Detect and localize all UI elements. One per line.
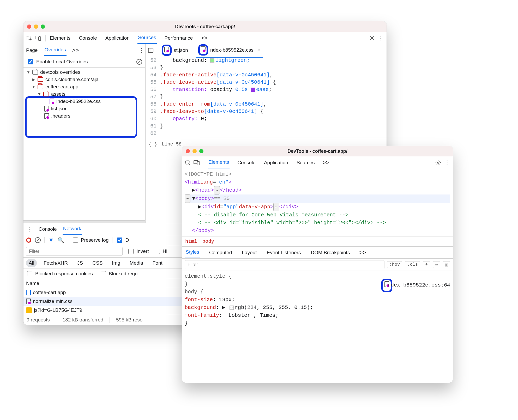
drawer-tab-network[interactable]: Network xyxy=(63,223,82,235)
drawer-tab-console[interactable]: Console xyxy=(38,224,57,235)
source-link[interactable]: ndex-b859522e.css:64 xyxy=(388,281,450,289)
inspect-icon[interactable] xyxy=(184,159,191,166)
disable-cache-checkbox[interactable]: D xyxy=(116,237,129,244)
pill-js[interactable]: JS xyxy=(75,259,86,267)
subtab-dombp[interactable]: DOM Breakpoints xyxy=(310,247,350,258)
ellipsis-icon[interactable]: ⋯ xyxy=(273,203,279,211)
pill-media[interactable]: Media xyxy=(127,259,146,267)
hide-checkbox[interactable]: Hi xyxy=(154,248,167,255)
nav-tab-page[interactable]: Page xyxy=(26,45,38,56)
tab-performance[interactable]: Performance xyxy=(164,33,194,44)
toggle-nav-icon[interactable] xyxy=(147,47,154,54)
nav-tab-overrides[interactable]: Overrides xyxy=(44,44,66,56)
tab-application[interactable]: Application xyxy=(105,33,130,44)
tab-application[interactable]: Application xyxy=(263,157,289,168)
search-icon[interactable]: 🔍 xyxy=(58,237,64,243)
override-badge-icon xyxy=(198,44,208,56)
dom-tree[interactable]: <!DOCTYPE html> <html lang="en"> ▶ <head… xyxy=(182,169,453,236)
pill-fetch/xhr[interactable]: Fetch/XHR xyxy=(41,259,70,267)
tab-elements[interactable]: Elements xyxy=(49,33,71,44)
tab-sources[interactable]: Sources xyxy=(296,157,315,168)
resources-size: 595 kB reso xyxy=(116,317,142,323)
record-icon[interactable] xyxy=(26,238,31,243)
pill-img[interactable]: Img xyxy=(109,259,123,267)
titlebar: DevTools - coffee-cart.app/ xyxy=(182,146,453,156)
override-badge-icon xyxy=(162,45,172,56)
pill-font[interactable]: Font xyxy=(150,259,165,267)
close-tab-icon[interactable]: × xyxy=(257,47,260,53)
drawer-kebab-icon[interactable]: ⋮ xyxy=(26,226,33,233)
requests-count: 9 requests xyxy=(27,317,50,323)
tab-elements[interactable]: Elements xyxy=(208,157,230,168)
tab-console[interactable]: Console xyxy=(237,157,256,168)
toggle-pane-icon[interactable]: ◫ xyxy=(443,261,450,268)
cls-button[interactable]: .cls xyxy=(405,261,420,268)
pretty-print-icon[interactable]: { } xyxy=(149,142,157,147)
svg-rect-5 xyxy=(148,48,153,52)
settings-icon[interactable] xyxy=(368,34,376,42)
invert-checkbox[interactable]: Invert xyxy=(127,248,149,255)
enable-overrides-label: Enable Local Overrides xyxy=(36,59,88,65)
kebab-icon[interactable]: ⋮ xyxy=(443,159,451,166)
preserve-log-checkbox[interactable]: Preserve log xyxy=(72,237,109,244)
code-editor[interactable]: 52 background: lightgreen;53}54.fade-ent… xyxy=(146,56,387,139)
editor-tab-list[interactable]: st.json xyxy=(159,43,191,57)
network-filter-input[interactable] xyxy=(26,247,123,256)
subtabs-overflow[interactable]: >> xyxy=(359,249,366,256)
devtools-window-elements: DevTools - coffee-cart.app/ Elements Con… xyxy=(182,146,453,383)
kebab-icon[interactable]: ⋮ xyxy=(377,34,384,42)
pill-css[interactable]: CSS xyxy=(90,259,105,267)
highlight-annotation xyxy=(25,96,137,138)
subtab-layout[interactable]: Layout xyxy=(241,247,257,258)
color-swatch-icon[interactable] xyxy=(230,306,234,310)
cursor-position: Line 58 xyxy=(162,142,182,147)
svg-point-4 xyxy=(371,37,373,39)
editor-tab-css[interactable]: ndex-b859522e.css × xyxy=(196,43,263,58)
subtab-styles[interactable]: Styles xyxy=(185,247,200,258)
file-icon xyxy=(44,106,49,112)
traffic-lights[interactable] xyxy=(27,25,45,29)
nav-kebab-icon[interactable]: ⋮ xyxy=(138,47,145,54)
style-rules[interactable]: element.style { } body { font-size: 18px… xyxy=(182,271,453,329)
main-tabstrip: Elements Console Application Sources Per… xyxy=(23,32,387,44)
new-rule-button[interactable]: + xyxy=(423,261,430,268)
inspect-icon[interactable] xyxy=(26,34,33,42)
tree-root[interactable]: ▼devtools overrides xyxy=(26,69,145,76)
svg-rect-3 xyxy=(39,37,41,40)
pill-all[interactable]: All xyxy=(26,259,37,267)
tab-sources[interactable]: Sources xyxy=(137,32,157,44)
clear-icon[interactable] xyxy=(35,237,41,243)
subtab-listeners[interactable]: Event Listeners xyxy=(266,247,301,258)
filter-icon[interactable]: ▼ xyxy=(48,237,54,244)
file-tree: ▼devtools overrides ▶cdnjs.cloudflare.co… xyxy=(23,68,145,122)
titlebar: DevTools - coffee-cart.app/ xyxy=(23,21,387,32)
folder-icon xyxy=(43,92,49,96)
svg-point-11 xyxy=(437,162,439,163)
transferred-size: 182 kB transferred xyxy=(63,317,103,323)
tabs-overflow[interactable]: >> xyxy=(201,35,207,41)
hover-button[interactable]: :hov xyxy=(387,261,402,268)
blocked-cookies-checkbox[interactable]: Blocked response cookies xyxy=(26,270,93,277)
window-title: DevTools - coffee-cart.app/ xyxy=(175,24,235,29)
settings-icon[interactable] xyxy=(435,159,442,166)
nav-scrollbar[interactable] xyxy=(23,220,145,223)
tab-console[interactable]: Console xyxy=(78,33,98,44)
styles-filter-input[interactable] xyxy=(185,260,384,269)
tree-node-app[interactable]: ▼coffee-cart.app xyxy=(26,83,145,90)
ellipsis-icon[interactable]: ⋯ xyxy=(214,186,220,194)
tabs-overflow[interactable]: >> xyxy=(323,159,329,166)
selected-node[interactable]: ⋯▼ <body> == $0 xyxy=(185,194,450,203)
clear-overrides-icon[interactable] xyxy=(136,59,142,65)
traffic-lights[interactable] xyxy=(186,149,203,153)
nav-overflow[interactable]: >> xyxy=(72,47,79,54)
folder-icon xyxy=(38,77,43,82)
enable-overrides-checkbox[interactable] xyxy=(28,59,33,64)
device-toolbar-icon[interactable] xyxy=(193,159,200,166)
dom-breadcrumb[interactable]: html body xyxy=(182,236,453,247)
blocked-requests-checkbox[interactable]: Blocked requ xyxy=(100,270,138,277)
subtab-computed[interactable]: Computed xyxy=(209,247,233,258)
device-icon[interactable]: ⌨ xyxy=(433,261,440,268)
navigator-pane: Page Overrides >> ⋮ Enable Local Overrid… xyxy=(23,44,146,223)
device-toolbar-icon[interactable] xyxy=(34,34,42,42)
tree-node-cdnjs[interactable]: ▶cdnjs.cloudflare.com/aja xyxy=(26,76,145,83)
